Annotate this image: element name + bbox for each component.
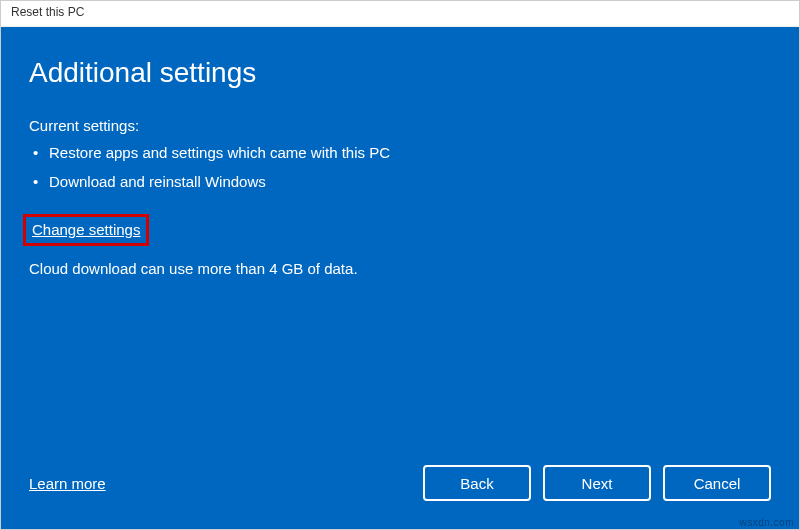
window-titlebar: Reset this PC: [1, 1, 799, 27]
change-settings-highlight: Change settings: [23, 214, 149, 246]
watermark: wsxdn.com: [739, 517, 794, 528]
next-button[interactable]: Next: [543, 465, 651, 501]
content-area: Additional settings Current settings: Re…: [1, 27, 799, 529]
back-button[interactable]: Back: [423, 465, 531, 501]
settings-list-item: Restore apps and settings which came wit…: [29, 144, 771, 161]
page-heading: Additional settings: [29, 57, 771, 89]
current-settings-label: Current settings:: [29, 117, 771, 134]
cloud-download-note: Cloud download can use more than 4 GB of…: [29, 260, 771, 277]
window-title: Reset this PC: [11, 5, 84, 19]
change-settings-link[interactable]: Change settings: [32, 221, 140, 238]
current-settings-list: Restore apps and settings which came wit…: [29, 144, 771, 202]
settings-list-item: Download and reinstall Windows: [29, 173, 771, 190]
cancel-button[interactable]: Cancel: [663, 465, 771, 501]
learn-more-link[interactable]: Learn more: [29, 475, 106, 492]
footer: Learn more Back Next Cancel: [29, 445, 771, 509]
reset-pc-window: Reset this PC Additional settings Curren…: [0, 0, 800, 530]
